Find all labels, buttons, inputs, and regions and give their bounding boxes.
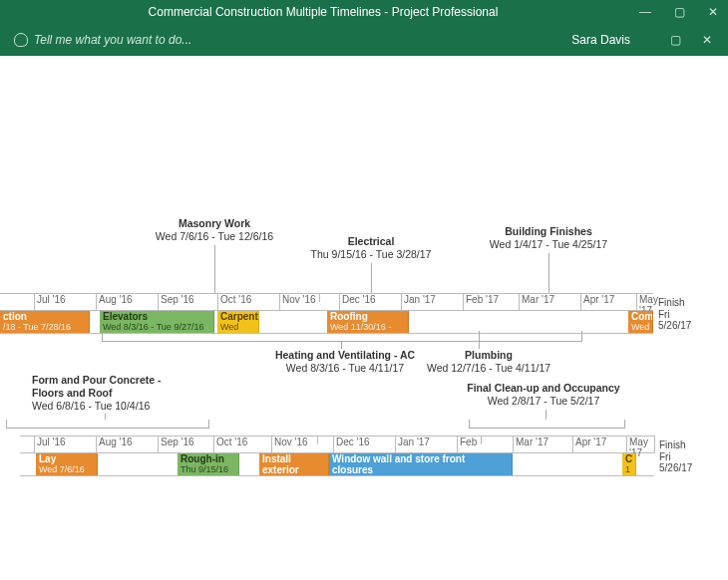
timeline-2-axis: Jul '16 Aug '16 Sep '16 Oct '16 Nov '16 …	[20, 435, 655, 453]
workspace: Masonry Work Wed 7/6/16 - Tue 12/6/16 El…	[0, 56, 728, 476]
axis-tick: Nov '16	[271, 436, 308, 452]
task-bar-carpentry[interactable]: CarpentWed	[217, 311, 259, 333]
ribbon-maximize-button[interactable]: ▢	[668, 33, 682, 47]
lightbulb-icon	[14, 33, 28, 47]
timeline-2-finish: FinishFri 5/26/17	[659, 439, 692, 474]
timeline-1: Masonry Work Wed 7/6/16 - Tue 12/6/16 El…	[0, 205, 691, 334]
axis-tick: Nov '16	[279, 294, 316, 310]
axis-tick: May '17	[636, 294, 658, 310]
task-bar-com[interactable]: ComWed	[628, 311, 653, 333]
task-bar-lay[interactable]: LayWed 7/6/16	[36, 453, 98, 475]
callout-stem	[371, 263, 372, 293]
callout-building-finishes[interactable]: Building Finishes Wed 1/4/17 - Tue 4/25/…	[469, 225, 628, 251]
callout-stem	[548, 253, 549, 293]
title-bar: Commercial Construction Multiple Timelin…	[0, 0, 728, 24]
axis-tick: Sep '16	[158, 294, 194, 310]
timeline-1-axis: Jul '16 Aug '16 Sep '16 Oct '16 Nov '16 …	[0, 293, 653, 311]
axis-tick: Dec '16	[333, 436, 370, 452]
axis-tick: Oct '16	[213, 436, 247, 452]
minimize-button[interactable]: —	[638, 5, 652, 19]
axis-tick: Jan '17	[401, 294, 436, 310]
axis-tick: Sep '16	[158, 436, 194, 452]
timeline-2-bars: LayWed 7/6/16 Rough-inThu 9/15/16 Instal…	[20, 453, 654, 476]
task-bar[interactable]: ction/18 - Tue 7/28/16	[0, 311, 90, 333]
callout-electrical[interactable]: Electrical Thu 9/15/16 - Tue 3/28/17	[291, 235, 451, 261]
callout-stem	[105, 414, 106, 420]
axis-tick: Feb '17	[463, 294, 499, 310]
timeline-2: Form and Pour Concrete - Floors and Roof…	[0, 366, 691, 476]
callout-stem	[546, 410, 546, 420]
axis-tick: Jul '16	[34, 436, 66, 452]
callout-stem	[479, 331, 480, 349]
axis-tick: Apr '17	[580, 294, 614, 310]
user-name[interactable]: Sara Davis	[571, 33, 630, 47]
task-bar-window-wall[interactable]: Window wall and store front closuresWed …	[329, 453, 513, 475]
task-bar-install-exterior[interactable]: Install exteriorWed 10/26/16 -	[259, 453, 329, 475]
close-button[interactable]: ✕	[706, 5, 720, 19]
timeline-1-finish: FinishFri 5/26/17	[658, 297, 691, 332]
callout-stem	[341, 341, 342, 349]
axis-tick: Mar '17	[513, 436, 548, 452]
callout-stem	[214, 245, 215, 293]
axis-tick: Aug '16	[96, 436, 133, 452]
callout-masonry[interactable]: Masonry Work Wed 7/6/16 - Tue 12/6/16	[140, 217, 289, 243]
brace-hvac	[102, 331, 582, 342]
task-bar-roofing[interactable]: RoofingWed 11/30/16 - Wed	[327, 311, 409, 333]
axis-tick: May '17	[626, 436, 654, 452]
axis-tick-minor	[481, 436, 484, 444]
axis-tick-minor	[317, 436, 320, 444]
window-controls: — ▢ ✕	[638, 5, 720, 19]
window-title: Commercial Construction Multiple Timelin…	[8, 5, 638, 19]
axis-tick: Mar '17	[519, 294, 554, 310]
ribbon: Tell me what you want to do... Sara Davi…	[0, 24, 728, 56]
axis-tick: Dec '16	[339, 294, 376, 310]
ribbon-close-button[interactable]: ✕	[700, 33, 714, 47]
task-bar-elevators[interactable]: ElevatorsWed 8/3/16 - Tue 9/27/16	[100, 311, 214, 333]
axis-tick: Jan '17	[395, 436, 430, 452]
brace-concrete	[6, 420, 209, 429]
axis-tick: Feb	[457, 436, 477, 452]
axis-tick: Aug '16	[96, 294, 133, 310]
task-bar-c[interactable]: C1	[622, 453, 636, 475]
timeline-1-callouts-top: Masonry Work Wed 7/6/16 - Tue 12/6/16 El…	[0, 205, 691, 293]
maximize-button[interactable]: ▢	[672, 5, 686, 19]
callout-concrete[interactable]: Form and Pour Concrete - Floors and Roof…	[32, 374, 201, 413]
timeline-2-callouts-top: Form and Pour Concrete - Floors and Roof…	[0, 366, 691, 435]
tell-me-input[interactable]: Tell me what you want to do...	[34, 33, 571, 47]
brace-cleanup	[469, 420, 625, 429]
axis-tick: Apr '17	[572, 436, 606, 452]
task-bar-roughin[interactable]: Rough-inThu 9/15/16	[178, 453, 239, 475]
axis-tick: Jul '16	[34, 294, 66, 310]
axis-tick-minor	[319, 294, 322, 302]
axis-tick: Oct '16	[217, 294, 251, 310]
callout-cleanup[interactable]: Final Clean-up and Occupancy Wed 2/8/17 …	[454, 382, 633, 408]
